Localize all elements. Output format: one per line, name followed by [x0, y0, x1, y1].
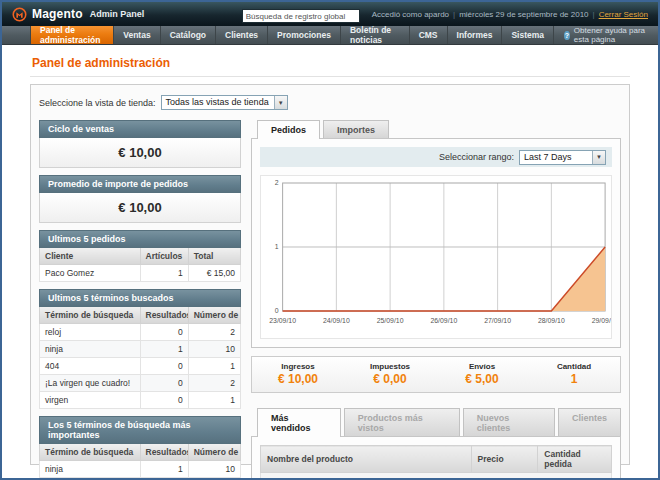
nav-item-newsletter[interactable]: Boletín de noticias [341, 26, 410, 44]
chevron-down-icon: ▼ [274, 96, 287, 109]
column-header: Resultados [140, 444, 188, 461]
products-table: Nombre del producto Precio Cantidad pedi… [260, 445, 612, 480]
stat-shipping: Envíos € 5,00 [436, 362, 528, 386]
chart-tabs: Pedidos Importes [251, 120, 621, 138]
last-search-terms-box: Ultimos 5 términos buscados Término de b… [39, 289, 241, 409]
chevron-down-icon: ▼ [592, 151, 605, 164]
range-select[interactable]: Last 7 Days ▼ [519, 150, 606, 165]
column-header: Cantidad pedida [538, 446, 612, 473]
column-header: Cliente [40, 248, 141, 265]
nav-item-system[interactable]: Sistema [502, 26, 554, 44]
nav-item-dashboard[interactable]: Panel de administración [30, 26, 114, 44]
table-row: ninja110 [40, 461, 241, 478]
products-panel: Nombre del producto Precio Cantidad pedi… [251, 436, 621, 480]
svg-text:28/09/10: 28/09/10 [538, 317, 565, 324]
nav-item-sales[interactable]: Ventas [114, 26, 160, 44]
grid-tabs: Más vendidos Productos más vistos Nuevos… [251, 408, 621, 436]
divider [30, 76, 630, 77]
lifetime-sales-value: € 10,00 [39, 138, 241, 168]
last-orders-box: Ultimos 5 pedidos Cliente Artículos Tota… [39, 230, 241, 282]
tab-amounts[interactable]: Importes [323, 120, 389, 138]
tab-bestsellers[interactable]: Más vendidos [257, 408, 341, 437]
help-label: Obtener ayuda para esta página [574, 26, 648, 44]
separator: | [453, 10, 455, 19]
column-header: Precio [471, 446, 538, 473]
stat-quantity: Cantidad 1 [528, 362, 620, 386]
nav-item-promotions[interactable]: Promociones [268, 26, 341, 44]
table-row: ¡La virgen que cuadro!02 [40, 375, 241, 392]
last-search-terms-title: Ultimos 5 términos buscados [39, 289, 241, 307]
lifetime-sales-box: Ciclo de ventas € 10,00 [39, 120, 241, 168]
stat-value: € 5,00 [436, 372, 528, 386]
logo-suffix: Admin Panel [90, 9, 145, 19]
svg-text:0: 0 [275, 307, 279, 314]
stat-value: 1 [528, 372, 620, 386]
range-label: Seleccionar rango: [439, 152, 514, 162]
column-header: Término de búsqueda [40, 307, 141, 324]
tab-customers[interactable]: Clientes [558, 408, 621, 436]
tab-most-viewed[interactable]: Productos más vistos [344, 408, 460, 436]
header-bar: Magento Admin Panel Accedió como apardo … [2, 2, 658, 26]
svg-text:25/09/10: 25/09/10 [377, 317, 404, 324]
top-search-terms-title: Los 5 términos de búsqueda más important… [39, 416, 241, 444]
table-row: virgen01 [40, 392, 241, 409]
svg-text:2: 2 [275, 179, 279, 186]
current-date: miércoles 29 de septiembre de 2010 [459, 10, 588, 19]
column-header: Número de usos [188, 444, 240, 461]
nav-item-catalog[interactable]: Catálogo [161, 26, 216, 44]
range-bar: Seleccionar rango: Last 7 Days ▼ [260, 147, 612, 167]
svg-text:26/09/10: 26/09/10 [430, 317, 457, 324]
column-header: Nombre del producto [261, 446, 472, 473]
header-user-info: Accedió como apardo | miércoles 29 de se… [372, 10, 648, 19]
logout-link[interactable]: Cerrar Sesión [599, 10, 648, 19]
magento-logo-icon [12, 7, 27, 22]
column-header: Total [188, 248, 240, 265]
average-orders-box: Promedio de importe de pedidos € 10,00 [39, 175, 241, 223]
table-row: reloj02 [40, 324, 241, 341]
stat-value: € 10,00 [252, 372, 344, 386]
column-header: Número de usos [188, 307, 240, 324]
table-row: ninja110 [40, 341, 241, 358]
store-view-select[interactable]: Todas las vistas de tienda ▼ [161, 95, 288, 110]
dashboard-container: Seleccione la vista de tienda: Todas las… [30, 84, 630, 465]
empty-records-message: No se encontraron registros. [261, 473, 612, 480]
last-orders-table: Cliente Artículos Total Paco Gomez1€ 15,… [39, 248, 241, 282]
svg-text:24/09/10: 24/09/10 [323, 317, 350, 324]
svg-text:29/09/10: 29/09/10 [592, 317, 611, 324]
range-select-value: Last 7 Days [520, 151, 592, 164]
top-search-terms-box: Los 5 términos de búsqueda más important… [39, 416, 241, 480]
stat-label: Impuestos [344, 362, 436, 371]
main-navigation: Panel de administración Ventas Catálogo … [2, 26, 658, 45]
stat-label: Envíos [436, 362, 528, 371]
svg-text:27/09/10: 27/09/10 [484, 317, 511, 324]
average-orders-title: Promedio de importe de pedidos [39, 175, 241, 193]
totals-bar: Ingresos € 10,00 Impuestos € 0,00 Envíos… [251, 356, 621, 393]
orders-chart-wrap: 01223/09/1024/09/1025/09/1026/09/1027/09… [260, 175, 612, 339]
tab-new-customers[interactable]: Nuevos clientes [463, 408, 555, 436]
global-search [242, 5, 360, 24]
column-header: Resultados [140, 307, 188, 324]
tab-orders[interactable]: Pedidos [257, 120, 320, 139]
average-orders-value: € 10,00 [39, 193, 241, 223]
magento-admin-window: Magento Admin Panel Accedió como apardo … [0, 0, 660, 480]
stat-revenue: Ingresos € 10,00 [252, 362, 344, 386]
dashboard-main: Pedidos Importes Seleccionar rango: Last… [251, 120, 621, 480]
nav-item-customers[interactable]: Clientes [216, 26, 268, 44]
table-row: Paco Gomez1€ 15,00 [40, 265, 241, 282]
nav-item-reports[interactable]: Informes [448, 26, 503, 44]
global-search-input[interactable] [242, 9, 360, 23]
column-header: Término de búsqueda [40, 444, 141, 461]
column-header: Artículos [140, 248, 188, 265]
lifetime-sales-title: Ciclo de ventas [39, 120, 241, 138]
last-search-terms-table: Término de búsqueda Resultados Número de… [39, 307, 241, 409]
store-view-select-value: Todas las vistas de tienda [162, 96, 274, 109]
get-help-link[interactable]: ? Obtener ayuda para esta página [554, 26, 658, 44]
stat-value: € 0,00 [344, 372, 436, 386]
store-switcher: Seleccione la vista de tienda: Todas las… [39, 95, 621, 110]
table-row: 40401 [40, 358, 241, 375]
top-search-terms-table: Término de búsqueda Resultados Número de… [39, 444, 241, 480]
nav-item-cms[interactable]: CMS [410, 26, 448, 44]
help-icon: ? [564, 31, 570, 40]
store-switcher-label: Seleccione la vista de tienda: [39, 98, 156, 108]
stat-tax: Impuestos € 0,00 [344, 362, 436, 386]
